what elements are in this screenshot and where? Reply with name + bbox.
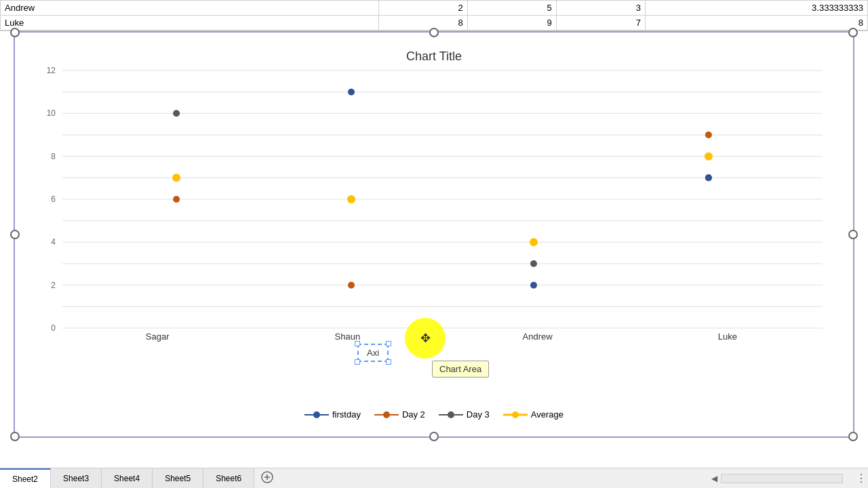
cell-col3: 3: [556, 1, 645, 16]
handle-bottom-center[interactable]: [429, 432, 439, 441]
point-avg-1: [348, 196, 355, 203]
y-label-8: 8: [51, 152, 56, 161]
tab-sheet6[interactable]: Sheet6: [203, 468, 254, 488]
cell-col4: 8: [646, 16, 868, 30]
cell-col2: 5: [467, 1, 556, 16]
handle-mid-left[interactable]: [10, 230, 20, 239]
axis-title-container: Axi: [357, 344, 389, 362]
cell-col4: 3.333333333: [646, 1, 868, 16]
tab-sheet4[interactable]: Sheet4: [102, 468, 153, 488]
y-label-6: 6: [51, 195, 56, 204]
scroll-left-button[interactable]: ◀: [709, 474, 719, 483]
axis-title-handle-tl[interactable]: [355, 341, 360, 346]
handle-bottom-right[interactable]: [848, 432, 858, 441]
axis-title-handle-tr[interactable]: [386, 341, 391, 346]
point-avg-0: [173, 174, 180, 181]
chart-area-tooltip: Chart Area: [432, 361, 489, 378]
chart-title: Chart Title: [25, 43, 843, 70]
svg-point-14: [313, 411, 320, 418]
tab-scrollbar-track[interactable]: [721, 474, 843, 483]
legend-label-firstday: firstday: [332, 409, 361, 420]
point-day3-0: [173, 110, 180, 117]
point-firstday-1: [348, 89, 355, 96]
tab-scroll-controls: ◀: [709, 474, 852, 483]
legend-day2: Day 2: [374, 409, 425, 420]
cell-name: Luke: [1, 16, 379, 30]
tab-sheet2[interactable]: Sheet2: [0, 468, 51, 488]
chart-legend: firstday Day 2 Day 3 Average: [304, 409, 564, 420]
y-label-4: 4: [51, 237, 56, 247]
legend-firstday: firstday: [304, 409, 361, 420]
legend-label-day2: Day 2: [402, 409, 425, 420]
axis-title-handle-br[interactable]: [386, 359, 391, 365]
chart-container[interactable]: Chart Title 12 10 8 6 4 2 0: [14, 31, 854, 438]
handle-bottom-left[interactable]: [10, 432, 20, 441]
point-day2-1: [348, 282, 355, 289]
y-label-12: 12: [47, 66, 56, 75]
handle-top-center[interactable]: [429, 28, 439, 37]
point-day3-2: [530, 260, 537, 267]
y-axis: 12 10 8 6 4 2 0: [25, 70, 59, 328]
legend-average: Average: [503, 409, 564, 420]
add-sheet-button[interactable]: [254, 468, 280, 489]
point-avg-2: [530, 239, 537, 245]
chart-svg: [62, 70, 823, 328]
point-firstday-2: [530, 282, 537, 289]
move-cursor-icon: ✥: [420, 331, 431, 346]
x-label-sagar: Sagar: [62, 331, 252, 342]
cell-col1: 8: [378, 16, 467, 30]
point-avg-3: [705, 153, 712, 160]
table-row: Andrew 2 5 3 3.333333333: [1, 1, 868, 16]
y-label-0: 0: [51, 323, 56, 333]
handle-mid-right[interactable]: [848, 230, 858, 239]
cursor-indicator: ✥: [405, 318, 446, 359]
legend-label-average: Average: [531, 409, 564, 420]
svg-point-16: [383, 411, 390, 418]
tab-sheet5[interactable]: Sheet5: [153, 468, 203, 488]
point-firstday-3: [705, 174, 712, 181]
sheet-tabs-bar: Sheet2 Sheet3 Sheet4 Sheet5 Sheet6 ◀ ⋮: [0, 468, 868, 488]
axis-title-text[interactable]: Axi: [357, 344, 389, 362]
cell-col3: 7: [556, 16, 645, 30]
legend-label-day3: Day 3: [467, 409, 490, 420]
point-day2-3: [705, 131, 712, 138]
spreadsheet-header: Andrew 2 5 3 3.333333333 Luke 8 9 7 8: [0, 0, 868, 31]
legend-day3: Day 3: [439, 409, 490, 420]
svg-point-20: [512, 411, 519, 418]
y-label-10: 10: [47, 108, 56, 118]
x-label-luke: Luke: [633, 331, 823, 342]
handle-top-right[interactable]: [848, 28, 858, 37]
sheet-options-button[interactable]: ⋮: [854, 472, 868, 485]
chart-inner: Chart Title 12 10 8 6 4 2 0: [25, 43, 843, 426]
cell-col2: 9: [467, 16, 556, 30]
x-label-andrew: Andrew: [443, 331, 633, 342]
tab-sheet3[interactable]: Sheet3: [51, 468, 102, 488]
cell-col1: 2: [378, 1, 467, 16]
point-day2-0: [173, 196, 180, 203]
axis-title-handle-bl[interactable]: [355, 359, 360, 365]
y-label-2: 2: [51, 281, 56, 290]
cell-name: Andrew: [1, 1, 379, 16]
handle-top-left[interactable]: [10, 28, 20, 37]
svg-point-18: [448, 411, 454, 418]
